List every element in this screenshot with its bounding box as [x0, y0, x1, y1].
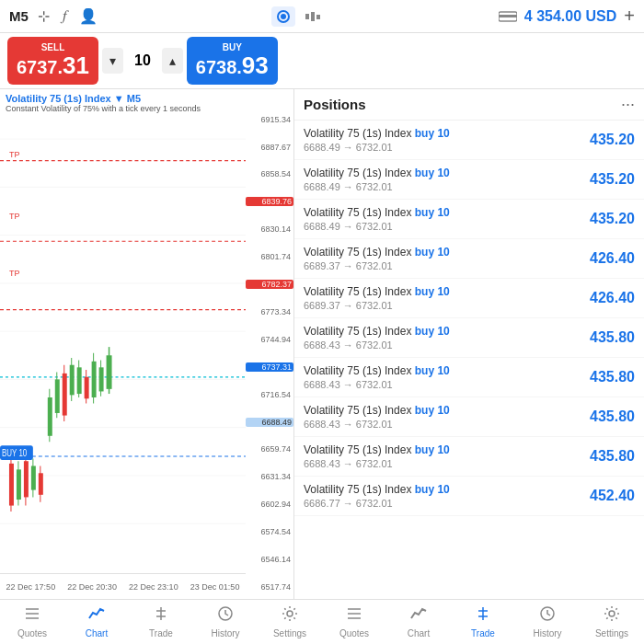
person-icon[interactable]: 👤 [79, 7, 98, 25]
crosshair-icon[interactable]: ⊹ [38, 7, 50, 25]
position-item-6[interactable]: Volatility 75 (1s) Index buy 10 6688.43 … [294, 358, 644, 397]
chart-title: Volatility 75 (1s) Index ▼ M5 [6, 93, 201, 104]
nav-settings-label-right: Settings [595, 628, 628, 638]
positions-header: Positions ··· [294, 89, 644, 121]
nav-history-label-left: History [211, 628, 239, 638]
bottom-navigation: Quotes Chart Trade History Settings Quot… [0, 599, 644, 644]
nav-settings-left[interactable]: Settings [258, 600, 322, 644]
chart-tools: ⊹ 𝑓 👤 [38, 7, 98, 25]
price-6688: 6688.49 [246, 418, 293, 427]
nav-chart-label-right: Chart [408, 628, 430, 638]
position-item-5[interactable]: Volatility 75 (1s) Index buy 10 6688.43 … [294, 318, 644, 358]
position-type-6: buy 10 [415, 364, 450, 377]
position-pnl-8: 435.80 [580, 448, 635, 465]
price-6574: 6574.54 [246, 527, 293, 536]
nav-trade-label-right: Trade [471, 628, 495, 638]
nav-quotes-left[interactable]: Quotes [0, 600, 64, 644]
balance-display: 4 354.00 USD [524, 8, 617, 25]
top-bar: M5 ⊹ 𝑓 👤 4 354.00 USD + [0, 0, 644, 33]
price-6773: 6773.34 [246, 307, 293, 316]
x-label-3: 22 Dec 23:10 [129, 582, 178, 592]
price-6887: 6887.67 [246, 143, 293, 152]
price-6546: 6546.14 [246, 555, 293, 564]
quantity-up-button[interactable]: ▴ [162, 48, 183, 74]
position-pnl-9: 452.40 [580, 488, 635, 504]
position-info-9: Volatility 75 (1s) Index buy 10 6686.77 … [304, 483, 580, 509]
position-item-1[interactable]: Volatility 75 (1s) Index buy 10 6688.49 … [294, 160, 644, 200]
position-pnl-2: 435.20 [580, 211, 635, 227]
position-type-8: buy 10 [415, 443, 450, 456]
svg-rect-3 [311, 12, 315, 21]
x-axis: 22 Dec 17:50 22 Dec 20:30 22 Dec 23:10 2… [0, 573, 246, 599]
position-pnl-4: 426.40 [580, 290, 635, 306]
nav-trade-left[interactable]: Trade [129, 600, 193, 644]
position-item-9[interactable]: Volatility 75 (1s) Index buy 10 6686.77 … [294, 477, 644, 516]
position-name-8: Volatility 75 (1s) Index buy 10 [304, 443, 580, 456]
nav-settings-right[interactable]: Settings [580, 600, 644, 644]
top-bar-right: 4 354.00 USD + [499, 6, 635, 27]
position-name-0: Volatility 75 (1s) Index buy 10 [304, 127, 580, 140]
price-6716: 6716.54 [246, 390, 293, 399]
position-name-1: Volatility 75 (1s) Index buy 10 [304, 167, 580, 179]
chart-canvas[interactable]: BUY 10 [0, 115, 246, 571]
nav-history-left[interactable]: History [193, 600, 258, 644]
settings-icon-right [604, 605, 620, 627]
price-6858: 6858.54 [246, 169, 293, 178]
position-route-4: 6689.37 → 6732.01 [304, 300, 580, 311]
chart-info: Volatility 75 (1s) Index ▼ M5 Constant V… [6, 93, 201, 113]
nav-trade-label-left: Trade [149, 628, 173, 638]
position-item-4[interactable]: Volatility 75 (1s) Index buy 10 6689.37 … [294, 279, 644, 318]
nav-chart-left[interactable]: Chart [64, 600, 129, 644]
add-funds-button[interactable]: + [624, 6, 635, 27]
nav-trade-right[interactable]: Trade [451, 600, 515, 644]
position-route-0: 6688.49 → 6732.01 [304, 142, 580, 153]
position-type-3: buy 10 [415, 246, 450, 259]
position-item-8[interactable]: Volatility 75 (1s) Index buy 10 6688.43 … [294, 437, 644, 477]
sell-button[interactable]: SELL 6737.31 [7, 37, 98, 85]
svg-rect-2 [305, 14, 309, 19]
positions-panel: Positions ··· Volatility 75 (1s) Index b… [294, 89, 644, 599]
buy-price: 6738.93 [196, 52, 269, 79]
position-item-0[interactable]: Volatility 75 (1s) Index buy 10 6688.49 … [294, 121, 644, 160]
candlestick-chart: BUY 10 [0, 115, 246, 571]
position-route-3: 6689.37 → 6732.01 [304, 260, 580, 271]
position-name-3: Volatility 75 (1s) Index buy 10 [304, 246, 580, 259]
positions-menu-button[interactable]: ··· [621, 95, 635, 114]
sell-price: 6737.31 [17, 52, 89, 79]
top-bar-center [271, 6, 325, 27]
chart-icon-left [88, 605, 105, 627]
svg-point-1 [281, 14, 286, 19]
position-info-3: Volatility 75 (1s) Index buy 10 6689.37 … [304, 246, 580, 271]
quantity-display: 10 [127, 52, 158, 69]
timeframe-label[interactable]: M5 [9, 8, 29, 24]
position-item-7[interactable]: Volatility 75 (1s) Index buy 10 6688.43 … [294, 397, 644, 437]
position-route-6: 6688.43 → 6732.01 [304, 379, 580, 390]
position-route-9: 6686.77 → 6732.01 [304, 498, 580, 509]
buy-button[interactable]: BUY 6738.93 [187, 37, 278, 85]
price-6602: 6602.94 [246, 500, 293, 509]
nav-chart-right[interactable]: Chart [386, 600, 451, 644]
history-icon-left [217, 605, 234, 627]
chart-mode-btn[interactable] [271, 6, 295, 27]
chart-type-btn[interactable] [301, 6, 325, 27]
quotes-icon-left [24, 605, 40, 627]
settings-icon-left [282, 605, 298, 627]
chart-panel[interactable]: Volatility 75 (1s) Index ▼ M5 Constant V… [0, 89, 294, 599]
tp-label-3: TP [7, 269, 22, 278]
nav-quotes-right[interactable]: Quotes [322, 600, 386, 644]
position-pnl-5: 435.80 [580, 329, 635, 346]
function-icon[interactable]: 𝑓 [63, 7, 66, 25]
tp-label-2: TP [7, 212, 22, 221]
position-pnl-0: 435.20 [580, 132, 635, 148]
position-pnl-6: 435.80 [580, 369, 635, 385]
nav-history-right[interactable]: History [515, 600, 580, 644]
quantity-down-button[interactable]: ▾ [102, 48, 123, 74]
position-type-9: buy 10 [415, 483, 450, 496]
position-route-2: 6688.49 → 6732.01 [304, 221, 580, 232]
history-icon-right [539, 605, 556, 627]
price-6801: 6801.74 [246, 252, 293, 261]
position-name-2: Volatility 75 (1s) Index buy 10 [304, 206, 580, 219]
position-item-3[interactable]: Volatility 75 (1s) Index buy 10 6689.37 … [294, 239, 644, 279]
price-6659: 6659.74 [246, 444, 293, 454]
position-item-2[interactable]: Volatility 75 (1s) Index buy 10 6688.49 … [294, 200, 644, 239]
